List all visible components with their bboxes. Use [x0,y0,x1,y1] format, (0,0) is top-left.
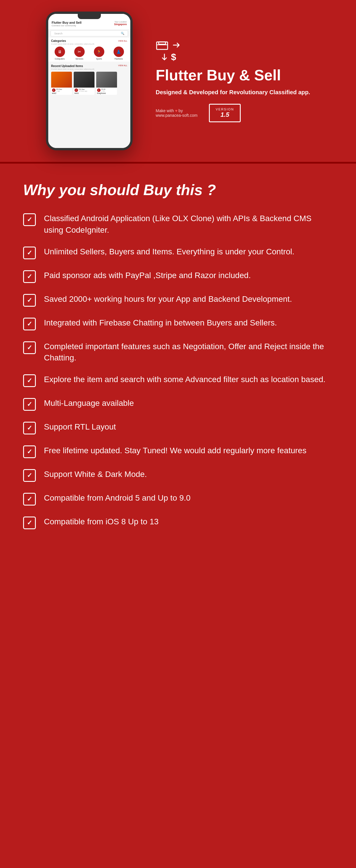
version-box: VERSION 1.5 [209,104,241,122]
recent-lorem: 2.Lorem ipsum dolor sit amet, consectetu… [51,68,127,70]
categories-view-all[interactable]: VIEW ALL [118,40,127,42]
feature-text-7: Explore the item and search with some Ad… [44,374,325,385]
category-sports[interactable]: 🏃 Sports [94,46,104,60]
check-icon-12 [23,493,36,505]
item-info: P PS B 4 min Earphone [96,88,117,95]
fashions-label: Fashions [115,58,123,60]
feature-text-8: Multi-Language available [44,397,134,409]
feature-text-5: Integrated with Firebase Chatting in bet… [44,317,277,328]
check-icon-11 [23,469,36,482]
phone-screen: Flutter Buy and Sell Connect our communi… [48,14,130,148]
avatar: P [52,88,56,92]
feature-item-5: Integrated with Firebase Chatting in bet… [23,317,333,330]
avatar: P [74,88,78,92]
post-time: 1 ago [56,90,62,92]
heart-icon: ♥ [175,108,179,113]
feature-item-2: Unlimited Sellers, Buyers and Items. Eve… [23,246,333,259]
recent-header: Recent Uploaded Items VIEW ALL [51,64,127,68]
check-icon-9 [23,422,36,434]
feature-text-10: Free lifetime updated. Stay Tuned! We wo… [44,445,306,456]
features-section: Why you should Buy this ? Classified And… [0,164,356,552]
app-icons-grid: $ [156,40,207,62]
check-icon-2 [23,247,36,259]
recent-view-all[interactable]: VIEW ALL [118,64,127,68]
features-list: Classified Android Application (Like OLX… [23,213,333,529]
top-section: Flutter Buy and Sell Connect our communi… [0,0,356,162]
item-image-earphone [96,72,117,88]
screen-app-title: Flutter Buy and Sell [52,21,82,24]
check-icon-6 [23,341,36,354]
dollar-icon: $ [171,52,176,62]
app-title: Flutter Buy & Sell [156,67,281,84]
category-computers[interactable]: 🖥 Computers [55,46,65,60]
check-icon-3 [23,270,36,283]
feature-text-6: Completed important features such as Neg… [44,341,333,363]
feature-item-13: Compatible from iOS 8 Up to 13 [23,516,333,529]
feature-item-7: Explore the item and search with some Ad… [23,374,333,387]
check-icon-1 [23,213,36,226]
categories-title: Categories [51,39,66,42]
screen-search-bar[interactable]: Search 🔍 [51,30,128,36]
item-info: P PS Dev 13 hours ago test1 [74,88,95,95]
feature-text-11: Support White & Dark Mode. [44,469,147,480]
credit-text: Make with ♥ by www.panacea-soft.com [156,108,198,118]
category-grid: 🖥 Computers ✂ Services 🏃 Sports 👗 [51,46,127,60]
search-placeholder: Search [54,32,119,35]
feature-text-1: Classified Android Application (Like OLX… [44,213,333,235]
section-title: Why you should Buy this ? [23,181,333,199]
phone-notch [78,14,101,19]
list-item[interactable]: P PS Dev 13 hours ago test1 [74,72,95,95]
list-item[interactable]: P PS Dev 1 ago test2 [51,72,72,95]
feature-item-1: Classified Android Application (Like OLX… [23,213,333,235]
arrow-right-icon [172,41,181,50]
check-icon-13 [23,517,36,529]
feature-item-11: Support White & Dark Mode. [23,469,333,482]
feature-text-13: Compatible from iOS 8 Up to 13 [44,516,159,527]
recent-section: Recent Uploaded Items VIEW ALL 2.Lorem i… [48,63,130,97]
feature-text-3: Paid sponsor ads with PayPal ,Stripe and… [44,270,251,281]
feature-item-3: Paid sponsor ads with PayPal ,Stripe and… [23,270,333,283]
item-image-orange [51,72,72,88]
services-icon: ✂ [74,46,85,57]
screen-header-right: Your Location Singapore [114,21,127,26]
arrow-down-icon [160,53,169,61]
computers-icon: 🖥 [55,46,65,57]
top-right-content: $ Flutter Buy & Sell Designed & Develope… [156,40,310,122]
store-icon [156,40,170,51]
recent-items-list: P PS Dev 1 ago test2 [51,72,127,95]
feature-item-10: Free lifetime updated. Stay Tuned! We wo… [23,445,333,458]
phone-outer: Flutter Buy and Sell Connect our communi… [46,11,133,150]
search-icon: 🔍 [121,32,124,35]
avatar: P [97,88,101,92]
check-icon-5 [23,318,36,330]
check-icon-10 [23,445,36,458]
feature-text-9: Support RTL Layout [44,421,116,432]
feature-text-4: Saved 2000+ working hours for your App a… [44,293,292,305]
fashions-icon: 👗 [114,46,124,57]
version-number: 1.5 [216,111,234,119]
feature-item-4: Saved 2000+ working hours for your App a… [23,293,333,307]
feature-item-9: Support RTL Layout [23,421,333,434]
post-time: 13 hours ago [79,90,87,92]
version-label: VERSION [216,107,234,111]
app-tagline: Designed & Developed for Revolutionary C… [156,88,310,96]
screen-app-subtitle: Connect our community [52,24,82,27]
your-location-label: Your Location [115,21,127,23]
screen-header-left: Flutter Buy and Sell Connect our communi… [52,21,82,27]
services-label: Services [75,58,83,60]
sports-icon: 🏃 [94,46,104,57]
check-icon-4 [23,294,36,307]
category-services[interactable]: ✂ Services [74,46,85,60]
feature-item-6: Completed important features such as Neg… [23,341,333,363]
item-name: test1 [74,92,94,94]
post-time: 4 min [101,90,105,92]
credit-site: www.panacea-soft.com [156,113,198,118]
computers-label: Computers [55,58,65,60]
list-item[interactable]: P PS B 4 min Earphone [96,72,117,95]
item-name: test2 [52,92,71,94]
feature-text-12: Compatible from Android 5 and Up to 9.0 [44,492,190,503]
category-fashions[interactable]: 👗 Fashions [114,46,124,60]
item-image-dark [74,72,95,88]
location-value: Singapore [114,23,127,26]
categories-lorem: 1.Lorem ipsum dolor sit amet, consectetu… [51,43,127,45]
